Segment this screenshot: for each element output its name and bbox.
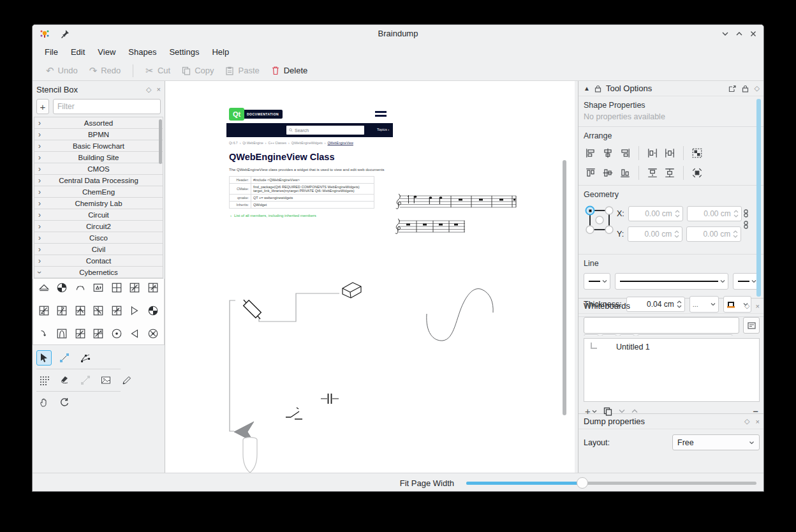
stencil-crossed-box-8[interactable] (90, 327, 107, 341)
undo-button[interactable]: ↶ Undo (40, 63, 84, 78)
link-aspect-icon[interactable] (743, 221, 749, 229)
stencil-category-chemistry-lab[interactable]: ›Chemistry Lab (34, 198, 163, 209)
stencil-left-triangle[interactable] (126, 327, 143, 341)
stencil-half-wave-arc[interactable] (72, 281, 89, 295)
maximize-button[interactable] (734, 29, 744, 39)
stencil-category-chemeng[interactable]: ›ChemEng (34, 186, 163, 198)
stencil-list-scrollbar[interactable] (159, 119, 162, 164)
box-3d-shape[interactable] (343, 283, 361, 298)
redo-button[interactable]: ↷ Redo (84, 63, 127, 78)
x-position-spinbox[interactable]: 0.00 cm (628, 206, 683, 221)
menu-help[interactable]: Help (206, 45, 235, 59)
align-top-button[interactable] (585, 167, 596, 179)
stencil-dot-circle[interactable] (108, 327, 125, 341)
distribute-v-top-button[interactable] (647, 167, 658, 179)
bullet-gate-shape[interactable] (243, 438, 257, 473)
stencil-filter-input[interactable] (53, 99, 161, 114)
align-vcenter-button[interactable] (602, 167, 614, 179)
float-docker-icon[interactable]: ◇ (146, 85, 151, 94)
zoom-slider-handle[interactable] (577, 477, 588, 489)
stencil-small-arc[interactable] (36, 327, 52, 341)
layout-dropdown[interactable]: Free (672, 434, 760, 450)
connect-tool-button[interactable] (57, 350, 72, 366)
delete-button[interactable]: Delete (265, 63, 314, 78)
whiteboard-name-apply-button[interactable] (743, 317, 760, 334)
line-style-dropdown[interactable] (615, 273, 728, 290)
float-docker-icon[interactable]: ◇ (744, 302, 749, 310)
move-down-button[interactable] (619, 409, 625, 413)
whiteboard-name-input[interactable] (584, 317, 739, 334)
menu-file[interactable]: File (39, 45, 64, 59)
grid-tool-button[interactable] (36, 373, 52, 388)
stencil-crossed-box-7[interactable] (72, 327, 89, 341)
whiteboard-canvas[interactable]: Qt DOCUMENTATION Search Topics › Qt 6.7›… (165, 81, 575, 473)
anchor-selector[interactable] (585, 205, 614, 235)
stencil-crossed-box-5[interactable] (72, 304, 89, 318)
stencil-vee-box[interactable] (54, 327, 70, 341)
stencil-category-building-site[interactable]: ›Building Site (34, 152, 163, 163)
distribute-h-left-button[interactable] (647, 147, 658, 159)
stencil-crossed-box-1[interactable] (126, 281, 143, 295)
collapse-icon[interactable]: ▲ (584, 85, 590, 92)
stencil-category-circuit2[interactable]: ›Circuit2 (34, 221, 163, 232)
connector-tool-button[interactable] (78, 373, 93, 388)
stencil-category-cisco[interactable]: ›Cisco (34, 232, 163, 244)
stencil-crossed-box-3[interactable] (36, 304, 52, 318)
distribute-h-center-button[interactable] (664, 147, 675, 159)
group-button[interactable] (691, 147, 703, 159)
stencil-category-bpmn[interactable]: ›BPMN (34, 129, 163, 140)
align-bottom-button[interactable] (619, 167, 631, 179)
wire-elbow-left[interactable] (230, 300, 235, 431)
resistor-shape[interactable] (244, 300, 262, 319)
align-hcenter-button[interactable] (602, 147, 614, 159)
menu-shapes[interactable]: Shapes (122, 45, 162, 59)
stencil-category-civil[interactable]: ›Civil (34, 244, 163, 255)
zoom-tool-button[interactable] (57, 395, 72, 410)
ungroup-button[interactable] (691, 167, 703, 179)
stencil-category-circuit[interactable]: ›Circuit (34, 209, 163, 221)
stencil-saturating-block[interactable] (36, 281, 52, 295)
line-end-marker-dropdown[interactable] (733, 273, 760, 290)
stencil-category-assorted[interactable]: ›Assorted (34, 117, 163, 129)
stencil-crossed-box-2[interactable] (145, 281, 161, 295)
stencil-crossed-box-4[interactable] (54, 304, 70, 318)
copy-button[interactable]: Copy (176, 63, 219, 78)
cut-button[interactable]: ✂ Cut (140, 63, 176, 78)
distribute-v-center-button[interactable] (664, 167, 675, 179)
calligraphy-tool-button[interactable] (57, 373, 72, 388)
menu-settings[interactable]: Settings (163, 45, 205, 59)
stencil-category-basic-flowchart[interactable]: ›Basic Flowchart (34, 140, 163, 152)
lock-icon[interactable] (742, 85, 749, 92)
stencil-right-triangle-gate[interactable] (126, 304, 143, 318)
canvas-vertical-scrollbar[interactable] (563, 160, 566, 415)
link-aspect-icon[interactable] (743, 209, 749, 218)
undock-icon[interactable] (728, 85, 736, 92)
path-edit-tool-button[interactable] (78, 350, 93, 366)
capacitor-shape[interactable] (321, 394, 339, 404)
stencil-category-cybernetics[interactable]: ›Cybernetics (34, 267, 163, 278)
close-docker-icon[interactable]: × (756, 418, 760, 425)
width-spinbox[interactable]: 0.00 cm (687, 206, 742, 221)
image-tool-button[interactable] (98, 373, 114, 388)
line-start-marker-dropdown[interactable] (584, 273, 610, 290)
stencil-x-circle[interactable] (145, 327, 161, 341)
close-button[interactable] (748, 29, 758, 39)
stencil-delta-t-box[interactable] (90, 281, 107, 295)
stencil-sum-junction-box[interactable] (108, 281, 125, 295)
paste-button[interactable]: Paste (219, 63, 265, 78)
float-docker-icon[interactable]: ◇ (744, 417, 749, 425)
float-docker-icon[interactable]: ◇ (755, 84, 760, 92)
stencil-category-cmos[interactable]: ›CMOS (34, 163, 163, 175)
align-right-button[interactable] (619, 147, 631, 159)
move-up-button[interactable] (631, 409, 638, 413)
add-stencil-button[interactable]: + (36, 99, 49, 114)
close-docker-icon[interactable]: × (157, 85, 161, 93)
pencil-tool-button[interactable] (119, 373, 135, 388)
whiteboards-list[interactable]: Untitled 1 (584, 338, 760, 402)
stencil-category-central-data-processing[interactable]: ›Central Data Processing (34, 175, 163, 186)
titlebar[interactable]: Braindump (33, 25, 763, 43)
sine-curve-shape[interactable] (427, 289, 493, 341)
wire-elbow-right[interactable] (259, 293, 339, 321)
pan-tool-button[interactable] (36, 395, 52, 410)
stencil-crossed-box-squiggle[interactable] (108, 304, 125, 318)
